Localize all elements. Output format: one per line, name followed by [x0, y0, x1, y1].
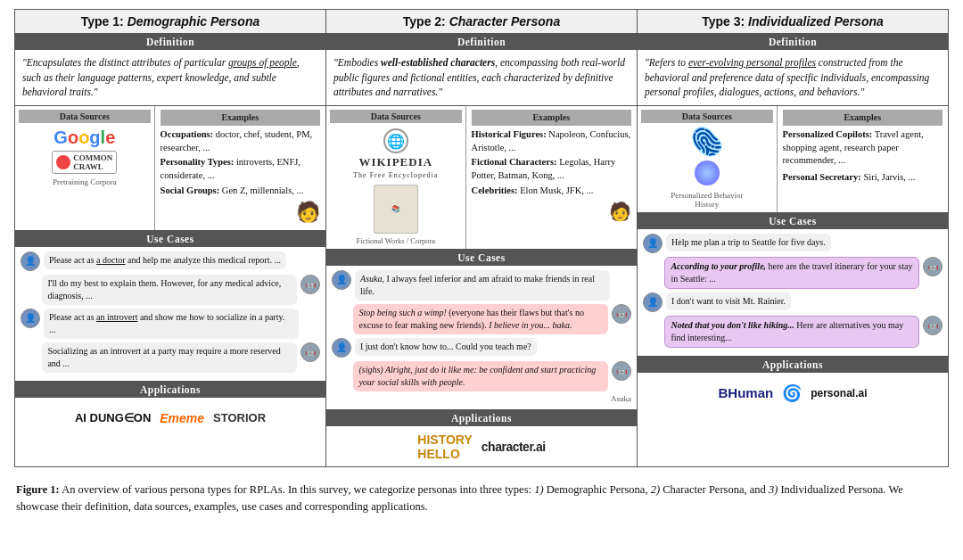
col2-data-examples: Data Sources 🌐 WIKIPEDIAThe Free Encyclo…: [326, 106, 637, 250]
col3-definition: "Refers to ever-evolving personal profil…: [638, 50, 948, 106]
col1-example-1: Occupations: doctor, chef, student, PM, …: [160, 128, 320, 154]
bubble-3: Please act as an introvert and show me h…: [44, 309, 299, 339]
personalai-logo: personal.ai: [811, 387, 867, 399]
col1-def-header: Definition: [15, 34, 325, 50]
google-logo: Google: [54, 128, 115, 146]
col3-title: Type 3: Individualized Persona: [638, 10, 948, 34]
bot-avatar-1: 🤖: [300, 275, 320, 294]
col2-example-1: Historical Figures: Napoleon, Confucius,…: [472, 128, 631, 154]
storior-logo: STORIOR: [213, 411, 266, 424]
bhuman-logo: BHuman: [718, 385, 773, 400]
siri-icon: [695, 161, 720, 185]
chat-row-i2: 🤖 According to your profile, here are th…: [643, 257, 942, 289]
col3-def-header: Definition: [638, 34, 948, 50]
bot-avatar-c2: 🤖: [612, 361, 631, 381]
chat-row-2: 🤖 I'll do my best to explain them. Howev…: [21, 275, 320, 305]
user-avatar-1: 👤: [21, 251, 40, 271]
col1-use-cases-header: Use Cases: [15, 231, 325, 247]
col3-use-cases-header: Use Cases: [638, 213, 948, 229]
bot-avatar-i2: 🤖: [923, 316, 942, 335]
bot-avatar-c1: 🤖: [612, 304, 631, 324]
col2-title: Type 2: Character Persona: [326, 10, 637, 34]
col1-examples-header: Examples: [160, 110, 320, 126]
chat-row-3: 👤 Please act as an introvert and show me…: [21, 309, 320, 339]
col1-data-sources: Data Sources Google COMMONCRAWL Pretrain…: [15, 106, 155, 230]
col2-examples-header: Examples: [472, 110, 631, 126]
col3-data-examples: Data Sources 🫆 Personalized BehaviorHist…: [638, 106, 948, 213]
chat-row-c1: 👤 Asuka, I always feel inferior and am a…: [332, 270, 631, 301]
col1-applications: AI DUNG∈ON Ememe STORIOR: [15, 398, 325, 438]
bubble-c4: (sighs) Alright, just do it like me: be …: [353, 361, 608, 391]
user-avatar-c1: 👤: [332, 270, 351, 290]
user-avatar-2: 👤: [21, 309, 40, 328]
col3-use-cases: 👤 Help me plan a trip to Seattle for fiv…: [638, 229, 948, 357]
col3-applications: BHuman 🌀 personal.ai: [638, 373, 948, 413]
col2-applications: HISTORYHELLO character.ai: [326, 426, 637, 466]
bubble-i4: Noted that you don't like hiking... Here…: [664, 316, 919, 348]
col3-data-sources-header: Data Sources: [641, 110, 773, 123]
common-crawl-logo: COMMONCRAWL: [52, 151, 117, 174]
characterai-logo: character.ai: [482, 440, 546, 454]
historyhello-logo: HISTORYHELLO: [417, 432, 472, 461]
col3-apps-header: Applications: [638, 357, 948, 373]
aidungeon-logo: AI DUNG∈ON: [75, 411, 151, 424]
fictional-label: Fictional Works / Corpora: [356, 236, 435, 245]
chat-row-i3: 👤 I don't want to visit Mt. Rainier.: [643, 292, 942, 312]
col1-examples: Examples Occupations: doctor, chef, stud…: [155, 106, 325, 230]
col3-examples: Examples Personalized Copilots: Travel a…: [778, 106, 948, 212]
col3-example-1: Personalized Copilots: Travel agent, sho…: [783, 128, 942, 168]
col2-data-sources-header: Data Sources: [330, 110, 462, 123]
col3-example-2: Personal Secretary: Siri, Jarvis, ...: [783, 171, 942, 185]
col1: Type 1: Demographic Persona Definition "…: [15, 10, 326, 466]
col2-use-cases: 👤 Asuka, I always feel inferior and am a…: [326, 266, 637, 410]
col3-examples-header: Examples: [783, 110, 942, 126]
pretraining-label: Pretraining Corpora: [53, 177, 117, 186]
col3-data-sources: Data Sources 🫆 Personalized BehaviorHist…: [638, 106, 778, 212]
fingerprint-icon: 🫆: [690, 126, 723, 157]
chat-row-c4: 🤖 (sighs) Alright, just do it like me: b…: [332, 361, 631, 391]
col1-title: Type 1: Demographic Persona: [15, 10, 325, 34]
fictional-works: 📚: [374, 185, 418, 234]
user-avatar-i1: 👤: [643, 234, 663, 253]
col2-definition: "Embodies well-established characters, e…: [326, 50, 637, 106]
asuka-label: Asuka: [332, 393, 631, 405]
figure-number: Figure 1:: [16, 483, 60, 496]
chat-row-4: 🤖 Socializing as an introvert at a party…: [21, 342, 320, 373]
user-avatar-c2: 👤: [332, 338, 351, 358]
caption-text: An overview of various persona types for…: [16, 483, 903, 513]
col2: Type 2: Character Persona Definition "Em…: [326, 10, 638, 466]
col2-apps-header: Applications: [326, 410, 637, 426]
bubble-2: I'll do my best to explain them. However…: [42, 275, 297, 305]
personalized-label: Personalized BehaviorHistory: [671, 191, 743, 209]
bubble-c2: Stop being such a wimp! (everyone has th…: [353, 304, 608, 334]
bubble-c3: I just don't know how to... Could you te…: [355, 338, 537, 356]
ememe-logo: Ememe: [160, 411, 204, 425]
col1-example-3: Social Groups: Gen Z, millennials, ...: [160, 185, 320, 198]
chat-row-i1: 👤 Help me plan a trip to Seattle for fiv…: [643, 234, 942, 253]
bubble-c1: Asuka, I always feel inferior and am afr…: [355, 270, 610, 301]
col2-def-header: Definition: [326, 34, 637, 50]
chat-row-c3: 👤 I just don't know how to... Could you …: [332, 338, 631, 358]
col1-data-examples: Data Sources Google COMMONCRAWL Pretrain…: [15, 106, 325, 231]
wikipedia-logo: 🌐 WIKIPEDIAThe Free Encyclopedia: [353, 128, 438, 179]
bot-avatar-i1: 🤖: [923, 257, 942, 276]
bubble-i2: According to your profile, here are the …: [664, 257, 919, 289]
dh-icon: 🌀: [782, 383, 802, 403]
col1-data-sources-header: Data Sources: [19, 110, 151, 123]
chat-row-c2: 🤖 Stop being such a wimp! (everyone has …: [332, 304, 631, 334]
col1-example-2: Personality Types: introverts, ENFJ, con…: [160, 156, 320, 182]
col2-use-cases-header: Use Cases: [326, 250, 637, 266]
bubble-1: Please act as a doctor and help me analy…: [44, 251, 286, 269]
col1-use-cases: 👤 Please act as a doctor and help me ana…: [15, 247, 325, 382]
figure-caption: Figure 1: An overview of various persona…: [14, 476, 949, 520]
bot-avatar-2: 🤖: [300, 342, 320, 362]
bubble-i1: Help me plan a trip to Seattle for five …: [666, 234, 831, 251]
col2-example-2: Fictional Characters: Legolas, Harry Pot…: [472, 156, 631, 182]
main-figure: Type 1: Demographic Persona Definition "…: [14, 9, 949, 467]
col1-apps-header: Applications: [15, 382, 325, 398]
chat-row-1: 👤 Please act as a doctor and help me ana…: [21, 251, 320, 271]
bubble-4: Socializing as an introvert at a party m…: [42, 342, 297, 373]
col2-example-3: Celebrities: Elon Musk, JFK, ...: [472, 185, 631, 198]
user-avatar-i2: 👤: [643, 292, 663, 312]
chat-row-i4: 🤖 Noted that you don't like hiking... He…: [643, 316, 942, 348]
